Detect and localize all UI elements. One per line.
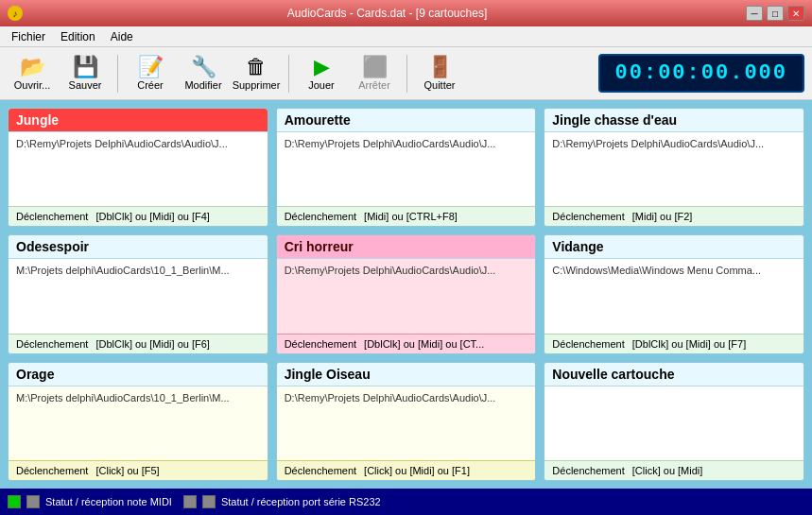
card-title-3: Odesespoir: [9, 235, 268, 259]
card-5[interactable]: VidangeC:\Windows\Media\Windows Menu Com…: [544, 234, 804, 353]
card-trigger-1: Déclenchement[Midi] ou [CTRL+F8]: [277, 206, 536, 226]
trigger-label-3: Déclenchement: [16, 338, 88, 350]
card-file-0: D:\Remy\Projets Delphi\AudioCards\Audio\…: [9, 132, 268, 206]
card-trigger-7: Déclenchement[Click] ou [Midi] ou [F1]: [277, 460, 536, 480]
card-0[interactable]: JungleD:\Remy\Projets Delphi\AudioCards\…: [8, 108, 268, 227]
create-icon: 📝: [138, 57, 164, 77]
rs232-dot-2: [202, 495, 216, 508]
trigger-label-4: Déclenchement: [285, 338, 356, 350]
toolbar-ouvrir[interactable]: 📂 Ouvrir...: [8, 51, 57, 96]
shortcut-label-4: [DblClk] ou [Midi] ou [CT...: [364, 338, 484, 350]
card-title-2: Jingle chasse d'eau: [544, 109, 803, 132]
minimize-button[interactable]: ─: [746, 6, 763, 21]
shortcut-label-0: [DblClk] ou [Midi] ou [F4]: [95, 211, 209, 222]
rs232-dot-1: [183, 495, 197, 508]
open-icon: 📂: [20, 57, 45, 77]
menu-fichier[interactable]: Fichier: [4, 28, 53, 45]
trigger-label-1: Déclenchement: [285, 211, 356, 222]
modify-icon: 🔧: [191, 57, 216, 77]
card-trigger-5: Déclenchement[DblClk] ou [Midi] ou [F7]: [544, 334, 803, 353]
shortcut-label-6: [Click] ou [F5]: [95, 465, 159, 476]
play-icon: ▶: [314, 57, 330, 77]
card-trigger-3: Déclenchement[DblClk] ou [Midi] ou [F6]: [9, 334, 268, 353]
stop-icon: ⬛: [362, 57, 388, 77]
card-1[interactable]: AmouretteD:\Remy\Projets Delphi\AudioCar…: [276, 108, 537, 227]
trigger-label-8: Déclenchement: [552, 465, 624, 476]
card-title-7: Jingle Oiseau: [277, 363, 536, 386]
title-bar: ♪ AudioCards - Cards.dat - [9 cartouches…: [0, 0, 812, 26]
menu-aide[interactable]: Aide: [103, 28, 141, 45]
rs232-status: Statut / réception port série RS232: [183, 495, 381, 508]
toolbar: 📂 Ouvrir... 💾 Sauver 📝 Créer 🔧 Modifier …: [0, 47, 812, 100]
shortcut-label-2: [Midi] ou [F2]: [632, 211, 693, 222]
trigger-label-7: Déclenchement: [285, 465, 356, 476]
toolbar-supprimer[interactable]: 🗑 Supprimer: [232, 51, 281, 96]
card-trigger-4: Déclenchement[DblClk] ou [Midi] ou [CT..…: [277, 334, 536, 353]
card-3[interactable]: OdesespoirM:\Projets delphi\AudioCards\1…: [8, 234, 268, 353]
toolbar-arreter: ⬛ Arrêter: [350, 51, 399, 96]
main-area: JungleD:\Remy\Projets Delphi\AudioCards\…: [0, 100, 812, 489]
app-icon: ♪: [8, 6, 23, 21]
shortcut-label-8: [Click] ou [Midi]: [632, 465, 703, 476]
card-file-7: D:\Remy\Projets Delphi\AudioCards\Audio\…: [277, 386, 536, 460]
toolbar-sep-2: [288, 55, 289, 93]
card-title-8: Nouvelle cartouche: [544, 363, 803, 386]
shortcut-label-1: [Midi] ou [CTRL+F8]: [364, 211, 458, 222]
card-2[interactable]: Jingle chasse d'eauD:\Remy\Projets Delph…: [544, 108, 804, 227]
card-7[interactable]: Jingle OiseauD:\Remy\Projets Delphi\Audi…: [276, 362, 537, 481]
card-title-5: Vidange: [544, 235, 803, 259]
status-bar: Statut / réception note MIDI Statut / ré…: [0, 489, 812, 515]
card-trigger-8: Déclenchement[Click] ou [Midi]: [544, 460, 803, 480]
card-file-3: M:\Projets delphi\AudioCards\10_1_Berlin…: [9, 259, 268, 333]
toolbar-modifier[interactable]: 🔧 Modifier: [179, 51, 228, 96]
toolbar-jouer[interactable]: ▶ Jouer: [297, 51, 346, 96]
save-icon: 💾: [73, 57, 98, 77]
midi-dot-green: [8, 495, 21, 508]
toolbar-quitter[interactable]: 🚪 Quitter: [415, 51, 464, 96]
toolbar-sep-1: [117, 55, 118, 93]
window-controls: ─ □ ✕: [746, 6, 804, 21]
trigger-label-5: Déclenchement: [552, 338, 624, 350]
toolbar-sep-3: [406, 55, 407, 93]
midi-label: Statut / réception note MIDI: [45, 496, 172, 507]
trigger-label-6: Déclenchement: [16, 465, 88, 476]
card-file-8: [544, 386, 803, 460]
card-4[interactable]: Cri horreurD:\Remy\Projets Delphi\AudioC…: [276, 234, 537, 353]
card-trigger-2: Déclenchement[Midi] ou [F2]: [544, 206, 803, 226]
trigger-label-0: Déclenchement: [16, 211, 88, 222]
card-file-4: D:\Remy\Projets Delphi\AudioCards\Audio\…: [277, 259, 536, 333]
trigger-label-2: Déclenchement: [552, 211, 624, 222]
quit-icon: 🚪: [427, 57, 453, 77]
card-trigger-6: Déclenchement[Click] ou [F5]: [9, 460, 268, 480]
card-file-2: D:\Remy\Projets Delphi\AudioCards\Audio\…: [544, 132, 803, 206]
card-8[interactable]: Nouvelle cartoucheDéclenchement[Click] o…: [544, 362, 804, 481]
toolbar-creer[interactable]: 📝 Créer: [126, 51, 175, 96]
title-text: AudioCards - Cards.dat - [9 cartouches]: [28, 7, 746, 20]
card-6[interactable]: OrageM:\Projets delphi\AudioCards\10_1_B…: [8, 362, 268, 481]
card-title-4: Cri horreur: [277, 235, 536, 259]
menu-edition[interactable]: Edition: [53, 28, 103, 45]
card-file-5: C:\Windows\Media\Windows Menu Comma...: [544, 259, 803, 333]
midi-status: Statut / réception note MIDI: [8, 495, 172, 508]
card-file-6: M:\Projets delphi\AudioCards\10_1_Berlin…: [9, 386, 268, 460]
delete-icon: 🗑: [246, 57, 267, 77]
menu-bar: Fichier Edition Aide: [0, 26, 812, 47]
shortcut-label-3: [DblClk] ou [Midi] ou [F6]: [95, 338, 209, 350]
toolbar-sauver[interactable]: 💾 Sauver: [60, 51, 110, 96]
card-title-1: Amourette: [277, 109, 536, 132]
rs232-label: Statut / réception port série RS232: [221, 496, 381, 507]
shortcut-label-7: [Click] ou [Midi] ou [F1]: [364, 465, 470, 476]
card-title-0: Jungle: [9, 109, 268, 132]
card-title-6: Orage: [9, 363, 268, 386]
card-file-1: D:\Remy\Projets Delphi\AudioCards\Audio\…: [277, 132, 536, 206]
maximize-button[interactable]: □: [767, 6, 784, 21]
shortcut-label-5: [DblClk] ou [Midi] ou [F7]: [632, 338, 746, 350]
timer-display: 00:00:00.000: [598, 54, 804, 93]
card-trigger-0: Déclenchement[DblClk] ou [Midi] ou [F4]: [9, 206, 268, 226]
midi-dot-gray: [26, 495, 40, 508]
close-button[interactable]: ✕: [787, 6, 804, 21]
